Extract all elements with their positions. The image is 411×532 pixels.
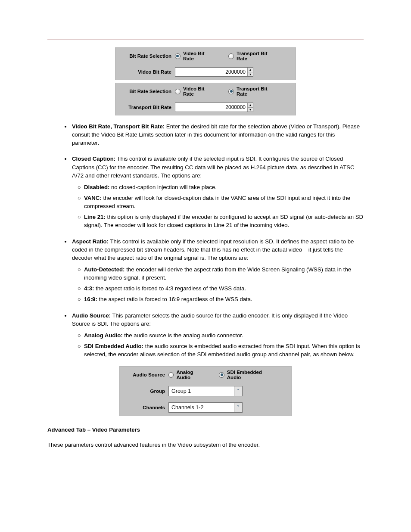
radio-dot-icon	[175, 89, 181, 94]
radio-video-bitrate[interactable]: Video Bit Rate	[175, 86, 216, 96]
bitrate-selection-label: Bit Rate Selection	[120, 53, 175, 59]
sub-text: the aspect ratio is forced to 4:3 regard…	[94, 285, 246, 292]
sub-text: the aspect ratio is forced to 16:9 regar…	[97, 296, 252, 302]
audio-source-label: Audio Source	[124, 372, 168, 377]
video-bitrate-stepper[interactable]: ▴ ▾	[175, 67, 253, 77]
bitrate-selection-label: Bit Rate Selection	[120, 89, 175, 94]
radio-transport-bitrate-label: Transport Bit Rate	[237, 51, 279, 61]
radio-analog-audio-label: Analog Audio	[176, 370, 207, 380]
section-intro-text: These parameters control advanced featur…	[47, 441, 364, 449]
sub-lead: 4:3:	[84, 285, 94, 292]
top-divider	[47, 39, 364, 41]
bullet-text: This parameter selects the audio source …	[72, 312, 348, 327]
group-row: Group Group 1 ˅	[120, 383, 291, 399]
sub-lead: VANC:	[84, 195, 102, 201]
sub-list: Auto-Detected: the encoder will derive t…	[72, 265, 364, 304]
bullet-item: Video Bit Rate, Transport Bit Rate: Ente…	[71, 122, 364, 147]
spinner-icon[interactable]: ▴ ▾	[247, 103, 253, 112]
group-select[interactable]: Group 1 ˅	[168, 386, 243, 396]
bullet-lead: Closed Caption:	[72, 156, 115, 162]
section-title: Advanced Tab – Video Parameters	[47, 426, 364, 433]
sub-item: Auto-Detected: the encoder will derive t…	[84, 265, 364, 282]
group-select-value: Group 1	[169, 386, 234, 396]
radio-video-bitrate-label: Video Bit Rate	[183, 51, 216, 61]
channels-row: Channels Channels 1-2 ˅	[120, 399, 291, 416]
sub-item: VANC: the encoder will look for closed-c…	[84, 194, 364, 210]
sub-item: Line 21: this option is only displayed i…	[84, 213, 364, 229]
bitrate-selection-row-1: Bit Rate Selection Video Bit Rate Transp…	[115, 48, 296, 64]
sub-lead: Line 21:	[84, 214, 106, 220]
sub-item: Disabled: no closed-caption injection wi…	[84, 183, 364, 191]
transport-bitrate-label: Transport Bit Rate	[120, 105, 175, 110]
channels-select-value: Channels 1-2	[169, 403, 234, 412]
radio-video-bitrate-label: Video Bit Rate	[183, 86, 216, 96]
sub-lead: Analog Audio:	[84, 332, 123, 339]
radio-dot-icon	[228, 53, 234, 59]
body-bullets: Video Bit Rate, Transport Bit Rate: Ente…	[47, 122, 364, 358]
sub-lead: Disabled:	[84, 184, 109, 190]
page: Bit Rate Selection Video Bit Rate Transp…	[0, 0, 411, 532]
sub-item: SDI Embedded Audio: the audio source is …	[84, 342, 364, 358]
spin-down-icon[interactable]: ▾	[248, 72, 253, 77]
spin-up-icon[interactable]: ▴	[248, 103, 253, 108]
sub-text: this option is only displayed if the enc…	[84, 214, 363, 228]
bullet-lead: Aspect Ratio:	[72, 238, 109, 245]
sub-text: the audio source is the analog audio con…	[123, 332, 243, 339]
transport-bitrate-input[interactable]	[175, 103, 247, 112]
transport-bitrate-stepper[interactable]: ▴ ▾	[175, 103, 253, 112]
radio-video-bitrate[interactable]: Video Bit Rate	[175, 51, 216, 61]
bullet-lead: Video Bit Rate, Transport Bit Rate:	[72, 123, 165, 130]
sub-lead: SDI Embedded Audio:	[84, 343, 143, 349]
chevron-down-icon: ˅	[234, 386, 242, 396]
spin-down-icon[interactable]: ▾	[248, 108, 253, 112]
radio-dot-icon	[228, 89, 234, 94]
sub-list: Analog Audio: the audio source is the an…	[72, 331, 364, 358]
spin-up-icon[interactable]: ▴	[248, 68, 253, 72]
group-label: Group	[124, 389, 168, 394]
radio-analog-audio[interactable]: Analog Audio	[168, 370, 207, 380]
channels-select[interactable]: Channels 1-2 ˅	[168, 402, 243, 413]
radio-dot-icon	[219, 372, 224, 378]
radio-dot-icon	[175, 53, 181, 59]
sub-item: 4:3: the aspect ratio is forced to 4:3 r…	[84, 284, 364, 292]
bitrate-panel-video: Bit Rate Selection Video Bit Rate Transp…	[115, 47, 296, 80]
audio-source-row: Audio Source Analog Audio SDI Embedded A…	[120, 367, 291, 383]
spinner-icon[interactable]: ▴ ▾	[247, 68, 253, 76]
sub-item: Analog Audio: the audio source is the an…	[84, 331, 364, 339]
radio-sdi-embedded-audio-label: SDI Embedded Audio	[227, 370, 275, 380]
sub-list: Disabled: no closed-caption injection wi…	[72, 183, 364, 230]
channels-label: Channels	[124, 405, 168, 410]
video-bitrate-label: Video Bit Rate	[120, 69, 175, 75]
radio-sdi-embedded-audio[interactable]: SDI Embedded Audio	[219, 370, 275, 380]
radio-transport-bitrate-label: Transport Bit Rate	[237, 86, 279, 96]
bullet-text: This control is available only if the se…	[72, 238, 354, 261]
bullet-item: Closed Caption: This control is availabl…	[71, 155, 364, 229]
chevron-down-icon: ˅	[234, 403, 242, 412]
bitrate-selection-row-2: Bit Rate Selection Video Bit Rate Transp…	[115, 83, 296, 100]
bullet-item: Aspect Ratio: This control is available …	[71, 237, 364, 304]
sub-text: no closed-caption injection will take pl…	[109, 184, 217, 190]
video-bitrate-value-row: Video Bit Rate ▴ ▾	[115, 64, 296, 80]
bullet-lead: Audio Source:	[72, 312, 111, 319]
bullet-item: Audio Source: This parameter selects the…	[71, 311, 364, 359]
sub-lead: 16:9:	[84, 296, 97, 302]
bitrate-panel-transport: Bit Rate Selection Video Bit Rate Transp…	[115, 83, 296, 115]
radio-transport-bitrate[interactable]: Transport Bit Rate	[228, 51, 279, 61]
transport-bitrate-value-row: Transport Bit Rate ▴ ▾	[115, 100, 296, 115]
sub-item: 16:9: the aspect ratio is forced to 16:9…	[84, 295, 364, 303]
sub-lead: Auto-Detected:	[84, 266, 125, 273]
radio-dot-icon	[168, 372, 174, 378]
sub-text: the encoder will look for closed-caption…	[84, 195, 350, 209]
video-bitrate-input[interactable]	[175, 68, 247, 76]
audio-source-panel: Audio Source Analog Audio SDI Embedded A…	[119, 366, 292, 416]
radio-transport-bitrate[interactable]: Transport Bit Rate	[228, 86, 279, 96]
